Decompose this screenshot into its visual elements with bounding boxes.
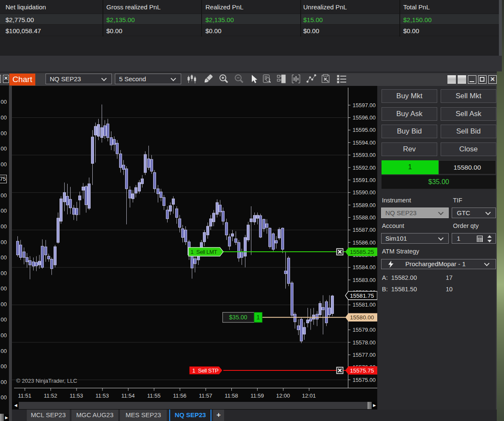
svg-text:12:00: 12:00	[276, 393, 290, 399]
svg-text:15597.00: 15597.00	[353, 102, 376, 108]
svg-text:15583.00: 15583.00	[353, 277, 376, 283]
svg-text:1: 1	[256, 314, 260, 321]
svg-text:15575.75: 15575.75	[350, 367, 374, 374]
svg-text:15587.00: 15587.00	[353, 227, 376, 233]
svg-text:15581.00: 15581.00	[353, 302, 376, 308]
svg-text:15592.00: 15592.00	[353, 165, 376, 171]
svg-text:15588.00: 15588.00	[353, 214, 376, 221]
svg-text:1 Sell LMT: 1 Sell LMT	[191, 249, 217, 255]
svg-text:15577.00: 15577.00	[353, 352, 376, 358]
svg-text:11:59: 11:59	[251, 393, 264, 399]
svg-text:15581.75: 15581.75	[350, 293, 374, 299]
svg-text:15584.00: 15584.00	[353, 264, 376, 270]
svg-text:11:57: 11:57	[199, 393, 212, 399]
svg-text:15579.00: 15579.00	[353, 327, 376, 333]
svg-text:© 2023 NinjaTrader, LLC: © 2023 NinjaTrader, LLC	[16, 378, 77, 384]
svg-text:11:51: 11:51	[18, 393, 31, 399]
svg-text:15580.00: 15580.00	[350, 314, 374, 321]
svg-text:11:56: 11:56	[173, 393, 187, 399]
svg-text:11:53: 11:53	[95, 393, 109, 399]
svg-text:15591.00: 15591.00	[353, 177, 376, 183]
svg-text:11:53: 11:53	[70, 393, 83, 399]
svg-text:11:52: 11:52	[44, 393, 57, 399]
svg-text:15589.00: 15589.00	[353, 202, 376, 208]
svg-text:12:01: 12:01	[302, 393, 316, 399]
svg-text:15586.00: 15586.00	[353, 239, 376, 246]
svg-text:15595.00: 15595.00	[353, 127, 376, 133]
svg-text:11:58: 11:58	[225, 393, 238, 399]
svg-text:15590.00: 15590.00	[353, 189, 376, 196]
svg-text:15593.00: 15593.00	[353, 152, 376, 158]
svg-text:11:54: 11:54	[121, 393, 135, 399]
svg-text:15594.00: 15594.00	[353, 139, 376, 146]
svg-text:15578.00: 15578.00	[353, 339, 376, 346]
svg-text:15596.00: 15596.00	[353, 114, 376, 121]
svg-text:15575.00: 15575.00	[353, 377, 376, 383]
svg-text:1 Sell STP: 1 Sell STP	[192, 367, 219, 374]
svg-text:11:55: 11:55	[147, 393, 161, 399]
svg-text:15585.25: 15585.25	[350, 249, 374, 255]
svg-text:$35.00: $35.00	[229, 314, 248, 321]
